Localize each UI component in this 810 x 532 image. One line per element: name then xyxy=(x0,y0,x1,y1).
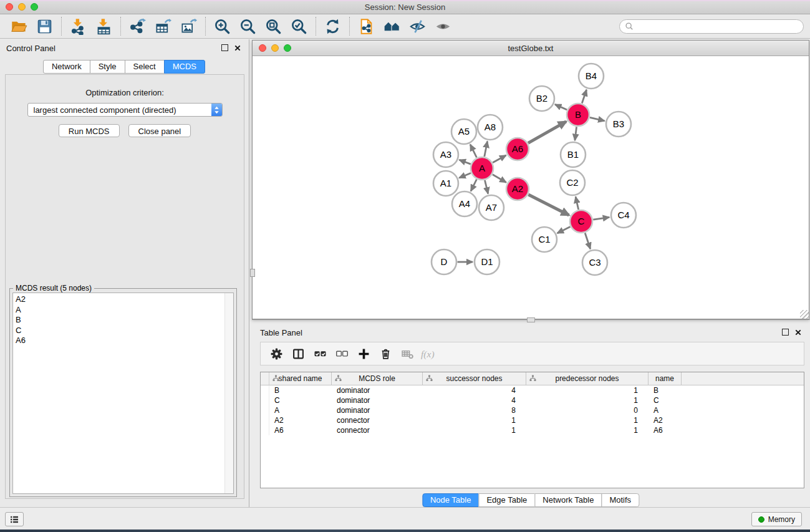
graph-edge-A-A2[interactable] xyxy=(493,175,506,183)
graph-node-C3[interactable]: C3 xyxy=(582,250,607,275)
network-canvas[interactable]: A5A8A3AA6A1A4A7A2B2B4BB3B1C2CC4C1C3DD1 xyxy=(253,56,809,319)
graph-node-C2[interactable]: C2 xyxy=(560,170,585,195)
result-item[interactable]: A xyxy=(13,305,233,316)
graph-edge-A-A7[interactable] xyxy=(485,180,488,194)
graph-edge-A-A3[interactable] xyxy=(460,160,471,164)
cell-mcds-role[interactable]: connector xyxy=(332,416,423,425)
cell-predecessor-nodes[interactable]: 0 xyxy=(526,406,648,415)
table-settings-gear-icon[interactable] xyxy=(267,346,286,362)
cell-predecessor-nodes[interactable]: 1 xyxy=(526,416,648,425)
save-session-icon[interactable] xyxy=(32,16,57,37)
result-item[interactable]: C xyxy=(13,326,233,336)
refresh-icon[interactable] xyxy=(320,16,345,37)
vertical-splitter-handle[interactable] xyxy=(250,269,255,277)
memory-button[interactable]: Memory xyxy=(751,512,802,526)
tab-motifs[interactable]: Motifs xyxy=(601,493,639,507)
zoom-in-icon[interactable] xyxy=(210,16,235,37)
export-image-icon[interactable] xyxy=(176,16,201,37)
graph-node-A5[interactable]: A5 xyxy=(451,119,476,144)
task-history-button[interactable] xyxy=(5,512,24,526)
cell-predecessor-nodes[interactable]: 1 xyxy=(526,426,648,435)
column-header-shared-name[interactable]: shared name xyxy=(269,372,332,385)
select-all-columns-icon[interactable] xyxy=(311,346,329,362)
graph-node-A8[interactable]: A8 xyxy=(478,115,503,140)
tab-edge-table[interactable]: Edge Table xyxy=(478,493,535,507)
graph-node-B4[interactable]: B4 xyxy=(579,64,604,89)
network-document-icon[interactable] xyxy=(354,16,379,37)
cell-mcds-role[interactable]: connector xyxy=(332,426,423,435)
graph-edge-A6-B[interactable] xyxy=(528,122,566,143)
float-panel-icon[interactable] xyxy=(221,44,228,51)
cell-successor-nodes[interactable]: 8 xyxy=(423,406,526,415)
graph-node-A2[interactable]: A2 xyxy=(506,178,529,200)
show-view-icon[interactable] xyxy=(430,16,456,37)
table-row[interactable]: Adominator80A xyxy=(261,405,804,415)
zoom-fit-icon[interactable] xyxy=(261,16,286,37)
home-icon[interactable] xyxy=(379,16,405,37)
graph-node-D[interactable]: D xyxy=(432,249,456,274)
column-header-mcds-role[interactable]: MCDS role xyxy=(332,372,423,385)
tab-network[interactable]: Network xyxy=(43,60,90,74)
graph-node-A4[interactable]: A4 xyxy=(452,191,477,216)
result-item[interactable]: B xyxy=(13,315,233,326)
graph-node-C1[interactable]: C1 xyxy=(532,227,557,252)
cell-mcds-role[interactable]: dominator xyxy=(332,396,423,405)
cell-name[interactable]: A6 xyxy=(648,426,682,435)
show-column-panel-icon[interactable] xyxy=(289,346,307,362)
import-table-icon[interactable] xyxy=(91,16,117,37)
cell-mcds-role[interactable]: dominator xyxy=(332,406,423,415)
window-resize-grip[interactable] xyxy=(800,310,809,319)
run-mcds-button[interactable]: Run MCDS xyxy=(59,124,120,137)
float-table-panel-icon[interactable] xyxy=(782,329,789,336)
graph-node-A1[interactable]: A1 xyxy=(433,171,458,196)
graph-edge-C-C3[interactable] xyxy=(585,233,591,249)
graph-edge-B-B1[interactable] xyxy=(575,127,577,140)
result-scrollbar[interactable] xyxy=(224,293,233,493)
cell-predecessor-nodes[interactable]: 1 xyxy=(526,386,648,395)
delete-column-icon[interactable] xyxy=(376,346,395,362)
graph-node-A6[interactable]: A6 xyxy=(506,138,529,160)
table-row[interactable]: A6connector11A6 xyxy=(261,425,804,435)
close-panel-button[interactable]: Close panel xyxy=(128,124,191,137)
horizontal-splitter-handle[interactable] xyxy=(527,317,535,322)
cell-name[interactable]: A xyxy=(648,406,682,415)
cell-successor-nodes[interactable]: 1 xyxy=(423,426,526,435)
graph-edge-A-A1[interactable] xyxy=(459,173,471,178)
graph-node-C4[interactable]: C4 xyxy=(611,203,636,228)
cell-successor-nodes[interactable]: 4 xyxy=(423,386,526,395)
close-table-panel-icon[interactable] xyxy=(795,329,801,336)
cell-predecessor-nodes[interactable]: 1 xyxy=(526,396,648,405)
result-item[interactable]: A2 xyxy=(13,294,233,305)
add-column-icon[interactable] xyxy=(354,346,373,362)
search-input[interactable] xyxy=(636,21,801,31)
table-row[interactable]: Bdominator41B xyxy=(261,385,804,395)
graph-edge-A-A8[interactable] xyxy=(485,142,488,157)
network-window-titlebar[interactable]: testGlobe.txt xyxy=(253,41,809,56)
graph-node-A7[interactable]: A7 xyxy=(479,195,504,220)
column-header-predecessor-nodes[interactable]: predecessor nodes xyxy=(526,372,648,385)
deselect-all-columns-icon[interactable] xyxy=(332,346,351,362)
graph-edge-C-C2[interactable] xyxy=(576,196,579,210)
cell-name[interactable]: A2 xyxy=(648,416,682,425)
graph-node-A3[interactable]: A3 xyxy=(433,142,458,167)
graph-edge-C-C1[interactable] xyxy=(557,227,571,233)
column-header-name[interactable]: name xyxy=(648,372,682,385)
tab-mcds[interactable]: MCDS xyxy=(164,60,205,74)
graph-node-B2[interactable]: B2 xyxy=(529,86,554,111)
export-network-icon[interactable] xyxy=(125,16,150,37)
tab-style[interactable]: Style xyxy=(90,60,125,74)
graph-node-D1[interactable]: D1 xyxy=(475,249,499,274)
cell-shared-name[interactable]: A2 xyxy=(269,416,332,425)
tab-node-table[interactable]: Node Table xyxy=(422,493,480,507)
column-header-successor-nodes[interactable]: successor nodes xyxy=(423,372,526,385)
cell-successor-nodes[interactable]: 4 xyxy=(423,396,526,405)
tab-network-table[interactable]: Network Table xyxy=(534,493,602,507)
graph-edge-A-A6[interactable] xyxy=(493,155,506,163)
tab-select[interactable]: Select xyxy=(125,60,165,74)
cell-mcds-role[interactable]: dominator xyxy=(332,386,423,395)
export-table-icon[interactable] xyxy=(150,16,176,37)
graph-edge-B-B2[interactable] xyxy=(555,104,567,110)
graph-node-B[interactable]: B xyxy=(567,104,589,126)
graph-edge-B-B3[interactable] xyxy=(590,117,605,120)
graph-node-B1[interactable]: B1 xyxy=(561,142,586,167)
